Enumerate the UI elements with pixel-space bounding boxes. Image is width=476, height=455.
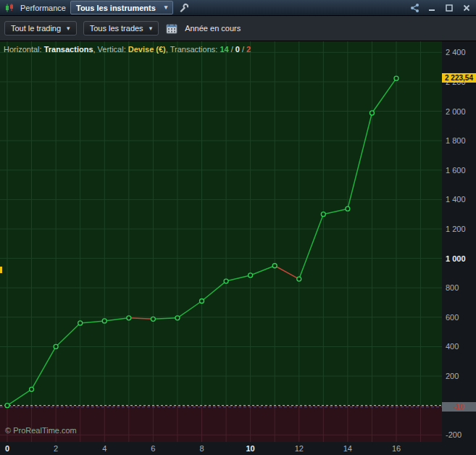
x-axis-label: 0	[5, 444, 9, 453]
chevron-down-icon: ▾	[149, 25, 153, 32]
trading-scope-label: Tout le trading	[11, 24, 61, 33]
y-axis-label: 1 200	[446, 225, 466, 233]
chevron-down-icon: ▾	[67, 25, 70, 32]
y-axis-label: 2 400	[446, 48, 466, 57]
y-axis-label: 200	[446, 372, 459, 380]
y-axis-label: 1 400	[446, 195, 466, 204]
y-axis-label: 1 600	[446, 166, 466, 175]
x-axis-label: 16	[392, 444, 401, 453]
instrument-dropdown-label: Tous les instruments	[76, 4, 156, 12]
x-axis-label: 12	[295, 444, 304, 453]
trades-filter-dropdown[interactable]: Tous les trades ▾	[83, 21, 159, 36]
settings-wrench-button[interactable]	[178, 1, 191, 14]
trading-scope-dropdown[interactable]: Tout le trading ▾	[4, 21, 77, 36]
last-value-tag: 2 223,54	[442, 73, 476, 83]
chart-area: Horizontal: Transactions, Vertical: Devi…	[0, 41, 476, 455]
separator: /	[240, 45, 246, 54]
left-edge-marker	[0, 267, 2, 273]
close-button[interactable]	[460, 1, 473, 14]
equity-curve-svg[interactable]	[0, 41, 442, 442]
period-label: Année en cours	[185, 24, 241, 33]
performance-window: Performance Tous les instruments ▾	[0, 0, 476, 455]
title-bar: Performance Tous les instruments ▾	[0, 0, 476, 16]
x-axis-label: 10	[246, 444, 255, 453]
separator: /	[229, 45, 235, 54]
x-axis-label: 14	[343, 444, 352, 453]
x-axis-label: 4	[102, 444, 107, 453]
vertical-label: , Vertical:	[93, 45, 128, 54]
minimize-button[interactable]	[425, 1, 438, 14]
filter-toolbar: Tout le trading ▾ Tous les trades ▾ Anné…	[0, 16, 476, 41]
zero-level-tag: -10	[442, 402, 476, 412]
x-axis-label: 2	[54, 444, 58, 453]
watermark: © ProRealTime.com	[5, 426, 77, 435]
instrument-dropdown[interactable]: Tous les instruments ▾	[70, 1, 173, 14]
x-axis-label: 6	[151, 444, 155, 453]
trades-filter-label: Tous les trades	[90, 24, 143, 33]
horizontal-label: Horizontal:	[4, 45, 44, 54]
transactions-label: , Transactions:	[166, 45, 220, 54]
performance-chart-icon	[3, 1, 16, 14]
chart-plot[interactable]: Horizontal: Transactions, Vertical: Devi…	[0, 41, 442, 442]
y-axis-label: 400	[446, 342, 459, 351]
y-axis-label: 1 000	[446, 254, 466, 263]
window-title: Performance	[20, 4, 66, 12]
horizontal-value: Transactions	[44, 45, 93, 54]
share-button[interactable]	[408, 1, 421, 14]
chevron-down-icon: ▾	[164, 4, 168, 11]
right-axis: 2 4002 2002 0001 8001 6001 4001 2001 000…	[442, 41, 476, 455]
y-axis-label: 600	[446, 313, 459, 322]
wins-count: 14	[220, 45, 228, 54]
vertical-value: Devise (€)	[128, 45, 166, 54]
losses-count: 2	[246, 45, 251, 54]
x-axis-label: 8	[199, 444, 204, 453]
y-axis-label: 1 800	[446, 136, 466, 145]
maximize-button[interactable]	[443, 1, 456, 14]
y-axis-label: -200	[446, 430, 462, 439]
bottom-axis: 0246810121416	[0, 442, 442, 455]
y-axis-label: 800	[446, 283, 459, 292]
calendar-button[interactable]	[165, 22, 178, 35]
chart-info-bar: Horizontal: Transactions, Vertical: Devi…	[4, 45, 251, 54]
y-axis-label: 2 000	[446, 107, 466, 116]
